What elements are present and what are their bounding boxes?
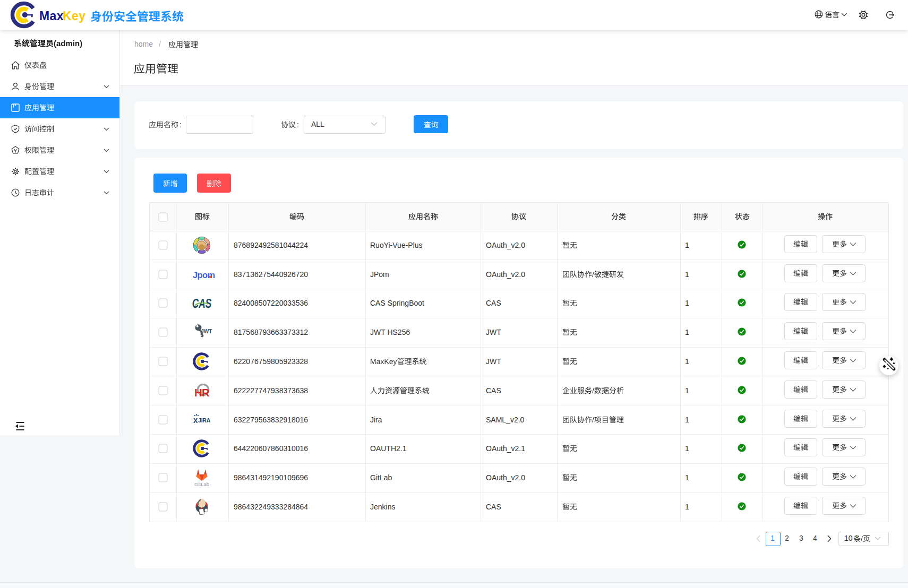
svg-text:876892492581044224: 876892492581044224: [234, 241, 308, 249]
svg-text:632279563832918016: 632279563832918016: [234, 416, 308, 424]
svg-text:RuoYi-Vue-Plus: RuoYi-Vue-Plus: [370, 241, 423, 249]
svg-text:home: home: [134, 40, 153, 48]
svg-text:986432249333284864: 986432249333284864: [234, 503, 308, 511]
svg-text:837136275440926720: 837136275440926720: [234, 270, 308, 279]
svg-text:Jira: Jira: [370, 416, 382, 424]
svg-text:Jpom: Jpom: [193, 270, 215, 280]
svg-text:817568793663373312: 817568793663373312: [234, 328, 308, 336]
svg-text:JPom: JPom: [370, 270, 389, 279]
svg-text:Key: Key: [63, 9, 85, 23]
svg-text:X: X: [193, 417, 198, 424]
svg-text:Max: Max: [39, 9, 64, 23]
svg-text:1: 1: [685, 473, 689, 482]
svg-text:1: 1: [685, 444, 689, 453]
svg-text:CAS: CAS: [486, 299, 501, 307]
svg-text:1: 1: [685, 416, 689, 424]
svg-text:Jenkins: Jenkins: [370, 503, 395, 511]
svg-text:622076759805923328: 622076759805923328: [234, 357, 308, 366]
svg-text:OAUTH2.1: OAUTH2.1: [370, 444, 407, 453]
svg-text:GitLab: GitLab: [194, 481, 209, 487]
svg-text:HR: HR: [194, 386, 210, 398]
svg-text:ALL: ALL: [311, 120, 324, 128]
svg-text:1: 1: [685, 357, 689, 366]
svg-text:JWT: JWT: [486, 328, 501, 336]
svg-text:2: 2: [785, 534, 789, 542]
svg-text:1: 1: [685, 299, 689, 307]
svg-text:1: 1: [685, 270, 689, 279]
svg-text:JWT: JWT: [486, 357, 501, 366]
svg-text:1: 1: [685, 503, 689, 511]
svg-text:OAuth_v2.0: OAuth_v2.0: [486, 473, 525, 482]
svg-text:1: 1: [685, 241, 689, 249]
svg-text:1: 1: [770, 534, 775, 542]
svg-text:622227747938373638: 622227747938373638: [234, 386, 308, 395]
svg-text:GitLab: GitLab: [370, 473, 392, 482]
svg-text:CAS SpringBoot: CAS SpringBoot: [370, 299, 424, 307]
svg-text:986431492190109696: 986431492190109696: [234, 473, 308, 482]
svg-text::: :: [297, 120, 299, 129]
svg-text::: :: [179, 120, 182, 129]
svg-text:CAS: CAS: [486, 386, 501, 395]
svg-text:SAML_v2.0: SAML_v2.0: [486, 416, 525, 424]
svg-text:JWT: JWT: [201, 328, 212, 334]
svg-text:JIRA: JIRA: [198, 417, 210, 423]
svg-text:/: /: [159, 40, 161, 48]
svg-text:3: 3: [799, 534, 803, 542]
svg-text:4: 4: [813, 534, 817, 542]
svg-text:644220607860310016: 644220607860310016: [234, 444, 308, 453]
svg-text:1: 1: [685, 328, 689, 336]
svg-text:JWT HS256: JWT HS256: [370, 328, 410, 336]
svg-text:OAuth_v2.0: OAuth_v2.0: [486, 270, 525, 279]
svg-text:824008507220033536: 824008507220033536: [234, 299, 308, 307]
svg-text:1: 1: [685, 386, 689, 395]
svg-text:OAuth_v2.0: OAuth_v2.0: [486, 241, 525, 249]
svg-text:CAS: CAS: [486, 503, 501, 511]
svg-text:10: 10: [844, 534, 853, 542]
svg-text:OAuth_v2.1: OAuth_v2.1: [486, 444, 525, 453]
